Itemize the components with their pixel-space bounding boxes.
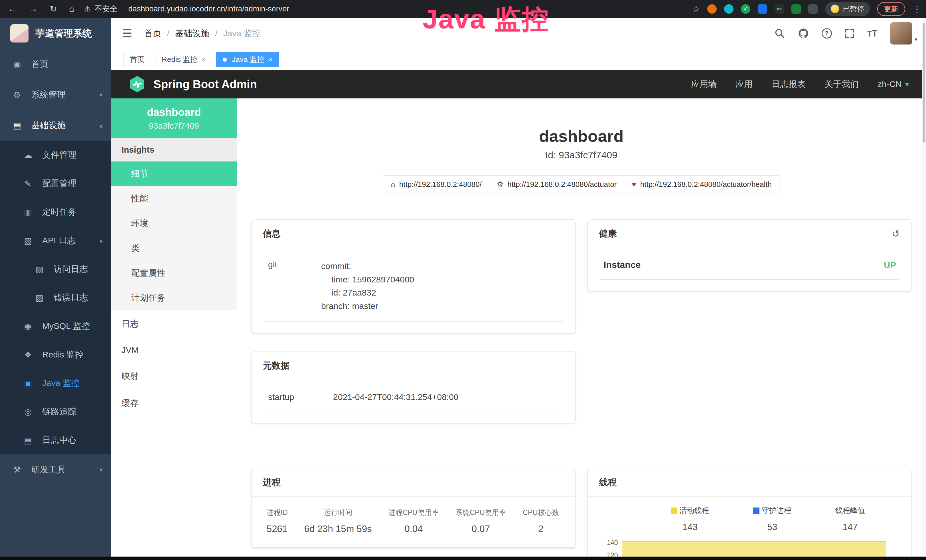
back-icon[interactable]: ←: [8, 4, 17, 14]
document-icon: ▨: [34, 264, 45, 274]
legend-swatch-daemon-icon: [753, 507, 760, 514]
breadcrumb-separator: /: [215, 29, 217, 38]
screen: ← → ↻ ⌂ ⚠ 不安全 dashboard.yudao.iocoder.cn…: [0, 0, 926, 560]
metadata-key: startup: [268, 392, 311, 402]
extension-icon-green[interactable]: ✓: [741, 4, 750, 14]
scrollbar-thumb[interactable]: [923, 23, 925, 143]
sba-item-environment[interactable]: 环境: [111, 211, 237, 236]
font-size-icon[interactable]: тT: [867, 28, 878, 39]
extensions-puzzle-icon[interactable]: [808, 4, 818, 14]
browser-menu-icon[interactable]: ⋮: [912, 4, 921, 14]
job-icon: ▥: [22, 207, 34, 217]
sba-item-metrics[interactable]: 性能: [111, 186, 237, 211]
sidebar-item-java-monitor[interactable]: ▣ Java 监控: [0, 369, 111, 397]
threads-card: 线程 活动线程 143: [588, 468, 911, 560]
sidebar-item-access-log[interactable]: ▨ 访问日志: [0, 255, 111, 283]
avatar[interactable]: [890, 22, 912, 44]
extension-icon-switchy[interactable]: on: [775, 4, 784, 14]
sidebar-item-label: 文件管理: [42, 149, 76, 161]
breadcrumb-current: Java 监控: [223, 28, 261, 39]
instance-health-link[interactable]: ♥ http://192.168.0.2:48080/actuator/heal…: [624, 176, 779, 194]
sba-nav-journal[interactable]: 日志报表: [772, 79, 806, 90]
chevron-up-icon: ▴: [100, 122, 103, 129]
scrollbar[interactable]: [922, 18, 926, 557]
link-url: http://192.168.0.2:48080/actuator: [507, 180, 617, 189]
sba-item-details[interactable]: 细节: [111, 162, 237, 186]
sba-nav-about[interactable]: 关于我们: [825, 79, 859, 90]
info-value: commit: time: 1596289704000 id: 27aa832 …: [321, 260, 414, 313]
warning-icon: ⚠: [84, 4, 91, 14]
instance-home-link[interactable]: ⌂ http://192.168.0.2:48080/: [383, 176, 489, 194]
instance-id: 93a3fc7f7409: [111, 121, 237, 131]
mysql-icon: ▦: [22, 321, 34, 331]
chevron-down-icon: ▾: [905, 80, 909, 89]
sba-item-logfile[interactable]: 日志: [111, 310, 237, 338]
reload-icon[interactable]: ↻: [50, 4, 57, 14]
link-url: http://192.168.0.2:48080/: [399, 180, 482, 189]
sidebar-item-devtools[interactable]: ⚒ 研发工具 ▾: [0, 454, 111, 485]
card-title: 健康: [599, 228, 617, 240]
legend-label: 守护进程: [762, 506, 791, 516]
sba-nav: 应用墙 应用 日志报表 关于我们 zh-CN ▾: [691, 79, 909, 90]
sidebar-item-trace[interactable]: ◎ 链路追踪: [0, 397, 111, 426]
sidebar-item-label: 日志中心: [42, 434, 76, 446]
sidebar-item-api-log[interactable]: ▧ API 日志 ▴: [0, 226, 111, 255]
url-text: dashboard.yudao.iocoder.cn/infra/admin-s…: [128, 5, 289, 14]
health-card: 健康 ↺ Instance UP: [588, 219, 911, 291]
sba-header: Spring Boot Admin 应用墙 应用 日志报表 关于我们 zh-CN…: [111, 70, 926, 98]
sidebar-item-system[interactable]: ⚙ 系统管理 ▾: [0, 80, 111, 110]
help-icon[interactable]: ?: [822, 28, 832, 38]
sidebar-item-log-center[interactable]: ▤ 日志中心: [0, 426, 111, 454]
sba-item-classes[interactable]: 类: [111, 236, 237, 261]
sba-item-mappings[interactable]: 映射: [111, 363, 237, 390]
sidebar-item-error-log[interactable]: ▨ 错误日志: [0, 283, 111, 312]
stat-value: 5261: [266, 524, 288, 534]
sba-nav-applications[interactable]: 应用: [735, 79, 753, 90]
sidebar-item-home[interactable]: ◉ 首页: [0, 49, 111, 80]
close-icon[interactable]: ×: [202, 55, 206, 64]
fullscreen-icon[interactable]: [844, 28, 855, 38]
instance-actuator-link[interactable]: ⚙ http://192.168.0.2:48080/actuator: [489, 176, 624, 194]
sidebar-item-file-manage[interactable]: ☁ 文件管理: [0, 141, 111, 169]
tab-java-monitor[interactable]: Java 监控 ×: [216, 52, 279, 67]
extension-icon-orange[interactable]: [707, 4, 717, 14]
metadata-value: 2021-04-27T00:44:31.254+08:00: [333, 392, 458, 402]
sba-locale-select[interactable]: zh-CN ▾: [878, 79, 909, 89]
sidebar-toggle-icon[interactable]: ☰: [122, 27, 132, 40]
extension-icon-teal[interactable]: [724, 4, 734, 14]
app-title: 芋道管理系统: [35, 27, 92, 40]
update-button[interactable]: 更新: [877, 2, 905, 16]
process-card: 进程 进程ID 5261 运行时间 6d 23h 15m 59s: [251, 468, 575, 548]
paused-profile-badge[interactable]: 已暂停: [825, 2, 870, 16]
stat-process-cpu: 进程CPU使用率 0.04: [388, 508, 439, 534]
tab-home[interactable]: 首页: [123, 52, 151, 67]
sba-group-insights[interactable]: Insights: [111, 138, 237, 162]
sidebar-item-redis-monitor[interactable]: ❖ Redis 监控: [0, 341, 111, 369]
tab-redis-monitor[interactable]: Redis 监控 ×: [155, 52, 212, 67]
github-icon[interactable]: [798, 28, 809, 39]
address-bar[interactable]: ⚠ 不安全 dashboard.yudao.iocoder.cn/infra/a…: [84, 4, 692, 14]
git-commit-time: time: 1596289704000: [321, 273, 414, 286]
sidebar-item-config-manage[interactable]: ✎ 配置管理: [0, 169, 111, 198]
search-icon[interactable]: [774, 28, 785, 39]
sba-nav-wallboard[interactable]: 应用墙: [691, 79, 717, 90]
close-icon[interactable]: ×: [268, 55, 272, 64]
sidebar-item-infra[interactable]: ▤ 基础设施 ▴: [0, 110, 111, 141]
home-icon[interactable]: ⌂: [69, 4, 74, 14]
breadcrumb-section[interactable]: 基础设施: [175, 28, 209, 39]
stat-cpu-cores: CPU核心数 2: [523, 508, 559, 534]
user-menu[interactable]: ▾: [890, 22, 917, 44]
breadcrumb-home[interactable]: 首页: [144, 28, 162, 39]
sidebar-item-mysql-monitor[interactable]: ▦ MySQL 监控: [0, 312, 111, 341]
sidebar-item-scheduled-job[interactable]: ▥ 定时任务: [0, 198, 111, 226]
sba-item-scheduled-tasks[interactable]: 计划任务: [111, 286, 237, 310]
browser-nav: ← → ↻ ⌂: [0, 4, 84, 14]
history-icon[interactable]: ↺: [892, 228, 900, 239]
sba-item-caches[interactable]: 缓存: [111, 390, 237, 417]
extension-icon-blue-grid[interactable]: [758, 4, 767, 14]
forward-icon[interactable]: →: [29, 4, 38, 14]
extension-icon-leaf[interactable]: [791, 4, 801, 14]
bookmark-star-icon[interactable]: ☆: [692, 4, 700, 14]
sba-item-jvm[interactable]: JVM: [111, 338, 237, 363]
sba-item-config-props[interactable]: 配置属性: [111, 261, 237, 286]
